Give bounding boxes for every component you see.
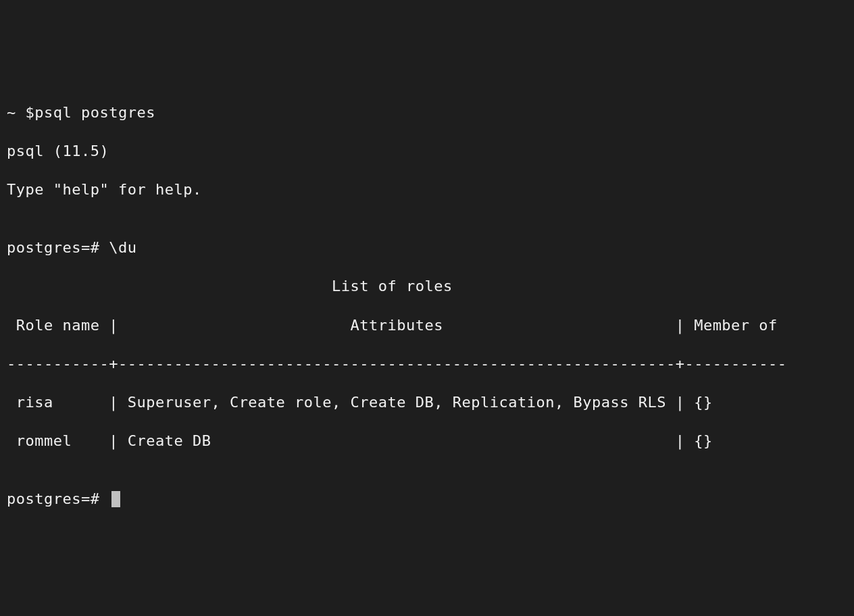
table-header-line: Role name | Attributes | Member of [7, 316, 847, 336]
shell-command-line: ~ $psql postgres [7, 103, 847, 123]
table-row: risa | Superuser, Create role, Create DB… [7, 393, 847, 413]
help-hint-line: Type "help" for help. [7, 180, 847, 200]
psql-version-line: psql (11.5) [7, 142, 847, 161]
psql-prompt-text: postgres=# [7, 490, 109, 507]
cursor-icon [111, 491, 120, 507]
psql-du-command-line: postgres=# \du [7, 238, 847, 258]
psql-prompt-line[interactable]: postgres=# [7, 490, 847, 509]
table-separator-line: -----------+----------------------------… [7, 355, 847, 374]
table-row: rommel | Create DB | {} [7, 432, 847, 451]
terminal-window[interactable]: ~ $psql postgres psql (11.5) Type "help"… [7, 84, 847, 616]
table-title-line: List of roles [7, 277, 847, 297]
